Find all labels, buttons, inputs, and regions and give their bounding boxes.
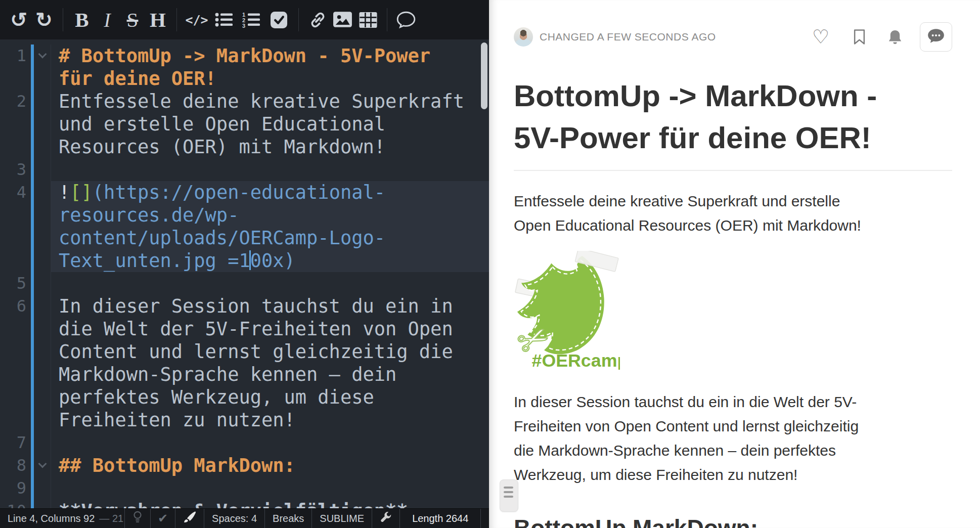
heading-button[interactable]: H	[145, 5, 170, 34]
line-number: 6	[0, 295, 26, 318]
editor-row[interactable]: resources.de/wp-	[0, 204, 489, 227]
editor-row[interactable]: 8## BottomUp MarkDown:	[0, 454, 489, 477]
fold-gutter[interactable]	[34, 45, 51, 67]
keymap-setting[interactable]: SUBLIME	[312, 509, 372, 528]
fold-gutter	[34, 90, 51, 113]
line-number: 3	[0, 158, 26, 181]
editor-row[interactable]: 1# BottomUp -> MarkDown - 5V-Power	[0, 45, 489, 67]
night-theme-button[interactable]	[175, 509, 204, 528]
link-icon	[308, 11, 327, 29]
editor-row[interactable]: Text_unten.jpg =100x)	[0, 249, 489, 272]
fold-gutter	[34, 113, 51, 136]
redo-button[interactable]: ↻	[31, 5, 57, 34]
code-line: Resources (OER) mit Markdown!	[51, 136, 489, 158]
code-line: content/uploads/OERCamp-Logo-	[51, 227, 489, 249]
editor-row[interactable]: Content und lernst gleichzeitig die	[0, 340, 489, 363]
editor-row[interactable]: 3	[0, 158, 489, 181]
editor-rows: 1# BottomUp -> MarkDown - 5V-Powerfür de…	[0, 39, 489, 508]
like-heart-icon[interactable]: ♡	[812, 27, 829, 47]
code-line: **Verwahren & Vervielfältigen**	[51, 500, 489, 508]
editor-toolbar: ↺↻BISH</>123	[0, 0, 489, 39]
code-editor[interactable]: 1# BottomUp -> MarkDown - 5V-Powerfür de…	[0, 39, 489, 508]
image-button[interactable]	[330, 5, 355, 34]
editor-row[interactable]: 10**Verwahren & Vervielfältigen**	[0, 500, 489, 508]
editor-row[interactable]: 7	[0, 431, 489, 454]
editor-scrollbar-thumb[interactable]	[481, 42, 487, 109]
code-line	[51, 431, 489, 454]
comment-button[interactable]	[393, 5, 419, 34]
lightbulb-icon	[132, 510, 143, 527]
code-line: In dieser Session tauchst du ein in	[51, 295, 489, 318]
line-number	[0, 340, 26, 363]
line-number	[0, 227, 26, 249]
image-icon	[333, 12, 352, 28]
fold-gutter	[34, 340, 51, 363]
paragraph-intro: Entfessele deine kreative Superkraft und…	[514, 189, 952, 238]
linebreak-setting[interactable]: Breaks	[265, 509, 312, 528]
editor-row[interactable]: 6In dieser Session tauchst du ein in	[0, 295, 489, 318]
line-number: 1	[0, 45, 26, 67]
code-icon: </>	[185, 13, 208, 27]
editor-row[interactable]: 5	[0, 272, 489, 295]
editor-row[interactable]: die Welt der 5V-Freiheiten von Open	[0, 318, 489, 340]
editor-row[interactable]: für deine OER!	[0, 67, 489, 90]
editor-row[interactable]: und erstelle Open Educational	[0, 113, 489, 136]
line-number: 8	[0, 454, 26, 477]
check-list-button[interactable]	[265, 5, 292, 34]
editor-row[interactable]: Freiheiten zu nutzen!	[0, 409, 489, 431]
code-line: Content und lernst gleichzeitig die	[51, 340, 489, 363]
link-button[interactable]	[305, 5, 330, 34]
editor-row[interactable]: Resources (OER) mit Markdown!	[0, 136, 489, 158]
editor-row[interactable]: 2Entfessele deine kreative Superkraft	[0, 90, 489, 113]
line-number	[0, 363, 26, 386]
strikethrough-button[interactable]: S	[120, 5, 145, 34]
paintbrush-icon	[183, 510, 197, 527]
line-number: 9	[0, 477, 26, 500]
line-number	[0, 204, 26, 227]
editor-row[interactable]: perfektes Werkzeug, um diese	[0, 386, 489, 409]
fold-caret-icon	[38, 50, 47, 59]
bold-button[interactable]: B	[69, 5, 95, 34]
fold-gutter[interactable]	[34, 454, 51, 477]
editor-row[interactable]: 4![](https://open-educational-	[0, 181, 489, 204]
pane-resize-handle[interactable]	[500, 479, 518, 512]
grip-line	[504, 491, 513, 493]
bookmark-icon[interactable]	[853, 28, 866, 46]
hint-button[interactable]	[125, 509, 151, 528]
code-line: Freiheiten zu nutzen!	[51, 409, 489, 431]
comments-button[interactable]	[920, 22, 952, 52]
check-icon: ✔	[158, 512, 168, 524]
table-button[interactable]	[355, 5, 381, 34]
code-line: Markdown-Sprache kennen – dein	[51, 363, 489, 386]
notification-bell-icon[interactable]	[887, 29, 903, 46]
fold-gutter	[34, 477, 51, 500]
comment-icon	[396, 11, 416, 29]
check-list-icon	[271, 12, 287, 28]
bullet-list-button[interactable]	[210, 5, 238, 34]
selection-count: — 21	[99, 513, 123, 524]
table-icon	[359, 12, 377, 28]
fold-gutter	[34, 295, 51, 318]
cursor-position: Line 4, Columns 92 — 21	[0, 509, 125, 528]
fold-gutter	[34, 181, 51, 204]
undo-icon: ↺	[10, 10, 27, 30]
app-window: ↺↻BISH</>123 1# BottomUp -> MarkDown - 5…	[0, 0, 980, 528]
code-line: Text_unten.jpg =100x)	[51, 249, 489, 272]
spellcheck-button[interactable]: ✔	[151, 509, 175, 528]
editor-row[interactable]: Markdown-Sprache kennen – dein	[0, 363, 489, 386]
svg-text:3: 3	[242, 23, 245, 28]
indent-setting[interactable]: Spaces: 4	[204, 509, 265, 528]
editor-settings-button[interactable]	[372, 509, 400, 528]
fold-gutter	[34, 136, 51, 158]
editor-row[interactable]: content/uploads/OERCamp-Logo-	[0, 227, 489, 249]
author-avatar[interactable]	[514, 27, 533, 47]
code-button[interactable]: </>	[183, 5, 210, 34]
italic-button[interactable]: I	[95, 5, 120, 34]
undo-button[interactable]: ↺	[6, 5, 31, 34]
bullet-list-icon	[215, 12, 233, 28]
line-number	[0, 386, 26, 409]
numbered-list-button[interactable]: 123	[238, 5, 265, 34]
fold-gutter	[34, 158, 51, 181]
line-number	[0, 409, 26, 431]
editor-row[interactable]: 9	[0, 477, 489, 500]
